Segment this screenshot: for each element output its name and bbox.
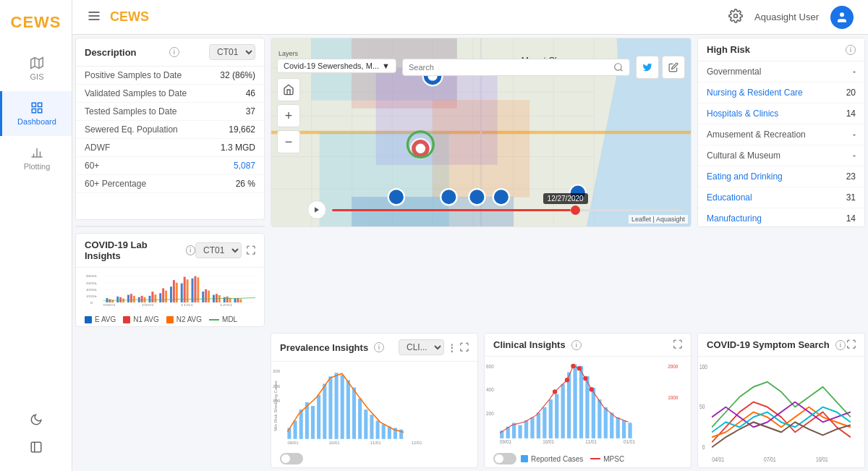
- home-button[interactable]: [277, 78, 300, 101]
- svg-text:0: 0: [702, 443, 705, 451]
- info-icon-risk[interactable]: i: [846, 45, 856, 55]
- svg-rect-92: [216, 294, 218, 302]
- expand-symptom[interactable]: ⛶: [846, 339, 856, 350]
- info-icon-desc[interactable]: i: [169, 47, 179, 57]
- info-icon-symptom[interactable]: i: [835, 340, 846, 350]
- list-item: Cultural & Museum -: [698, 145, 864, 166]
- timeline-slider[interactable]: 12/27/2020: [332, 209, 684, 211]
- map-search[interactable]: [402, 59, 630, 76]
- svg-rect-74: [159, 293, 161, 302]
- menu-button[interactable]: [87, 9, 101, 26]
- clinical-chart: 600 400 200 2000 1000: [485, 357, 691, 450]
- svg-rect-81: [234, 298, 237, 302]
- prevalence-selector[interactable]: CLI...: [399, 339, 444, 355]
- expand-clinical[interactable]: ⛶: [673, 339, 682, 350]
- sewage-header: Sewage Insights i CT01 ⛶: [76, 226, 264, 227]
- settings-button[interactable]: [728, 9, 743, 26]
- lab-selector[interactable]: CT01: [195, 242, 242, 258]
- svg-rect-154: [323, 384, 326, 439]
- high-risk-panel: High Risk i Governmental - Nursing & Res…: [697, 38, 865, 227]
- svg-rect-164: [382, 424, 386, 438]
- svg-rect-183: [537, 412, 540, 438]
- sidebar-item-gis[interactable]: GIS: [0, 46, 72, 91]
- zoom-in-button[interactable]: +: [277, 104, 300, 127]
- svg-rect-91: [205, 289, 207, 302]
- svg-rect-190: [579, 366, 583, 438]
- svg-rect-86: [151, 292, 153, 302]
- expand-prev[interactable]: ⛶: [459, 342, 469, 353]
- symptom-title: COVID-19 Symptom Search: [707, 339, 830, 350]
- svg-rect-93: [226, 297, 229, 302]
- svg-rect-103: [197, 277, 199, 302]
- clinical-toggle[interactable]: [493, 453, 516, 464]
- play-button[interactable]: [307, 200, 326, 219]
- description-selector[interactable]: CT01: [209, 44, 255, 60]
- svg-text:11/01: 11/01: [181, 304, 193, 307]
- layers-selector[interactable]: Covid-19 Sewersheds, M... ▼: [277, 59, 396, 73]
- clinical-header: Clinical Insights i ⛶: [485, 334, 691, 357]
- prevalence-chart: 300 200 100 Min Risk Shedding Cases: [271, 362, 477, 450]
- svg-marker-58: [315, 207, 319, 213]
- info-icon-lab[interactable]: i: [186, 245, 195, 255]
- prevalence-toggle[interactable]: [280, 453, 303, 464]
- sidebar-item-dashboard[interactable]: Dashboard: [0, 91, 72, 136]
- list-item: Nursing & Resident Care 20: [698, 82, 864, 103]
- svg-rect-161: [364, 410, 367, 439]
- prevalence-insights-panel: Prevalence Insights i CLI... ⋮ ⛶ 300 200…: [271, 333, 478, 468]
- svg-text:50: 50: [699, 402, 705, 411]
- zoom-out-button[interactable]: −: [277, 130, 300, 153]
- svg-text:11/01: 11/01: [585, 439, 597, 444]
- svg-rect-196: [616, 417, 620, 438]
- table-row: ADWF 1.3 MGD: [76, 139, 264, 157]
- legend-n1-avg: N1 AVG: [123, 315, 158, 323]
- description-controls: CT01: [209, 44, 255, 60]
- svg-rect-187: [561, 384, 565, 438]
- svg-text:11/01: 11/01: [370, 440, 381, 445]
- layers-label: Layers: [277, 50, 396, 57]
- list-item: Governmental -: [698, 61, 864, 82]
- expand-lab[interactable]: ⛶: [246, 245, 255, 256]
- svg-rect-78: [202, 292, 204, 302]
- map-timeline: 12/27/2020: [307, 200, 684, 219]
- svg-line-19: [621, 69, 623, 72]
- svg-rect-75: [170, 287, 172, 302]
- clinical-insights-panel: Clinical Insights i ⛶ 600 400 200 2000 1…: [484, 333, 692, 468]
- list-item: Amusement & Recreation -: [698, 124, 864, 145]
- chart-icon: [30, 146, 43, 159]
- legend-e-avg: E AVG: [85, 315, 116, 323]
- lab-insights-title: COVID-19 Lab Insights: [85, 239, 180, 261]
- table-row: 60+ Percentage 26 %: [76, 175, 264, 193]
- svg-rect-104: [208, 291, 210, 302]
- avatar: [830, 6, 854, 29]
- bottom-row: Prevalence Insights i CLI... ⋮ ⛶ 300 200…: [72, 330, 868, 471]
- twitter-button[interactable]: [636, 56, 659, 79]
- prev-more[interactable]: ⋮: [447, 342, 456, 353]
- search-input[interactable]: [409, 63, 609, 72]
- description-title: Description: [85, 47, 137, 58]
- info-icon-prev[interactable]: i: [374, 342, 384, 352]
- svg-text:1000: 1000: [668, 395, 678, 400]
- svg-point-16: [734, 14, 738, 17]
- main-content: CEWS Aquasight User Description i: [72, 0, 868, 471]
- symptom-header: COVID-19 Symptom Search i ⛶: [698, 334, 864, 357]
- svg-text:09/01: 09/01: [500, 439, 511, 444]
- svg-rect-191: [585, 376, 589, 438]
- dark-mode-toggle[interactable]: [30, 413, 43, 429]
- map-icon: [30, 56, 43, 69]
- svg-text:200k: 200k: [86, 295, 97, 298]
- svg-rect-94: [237, 298, 239, 302]
- svg-rect-71: [127, 295, 129, 302]
- panel-toggle[interactable]: [30, 441, 43, 457]
- info-icon-clinical[interactable]: i: [571, 340, 582, 350]
- symptom-search-panel: COVID-19 Symptom Search i ⛶ 100 50 0: [697, 333, 865, 468]
- app-logo: CEWS: [11, 7, 61, 46]
- high-risk-header: High Risk i: [698, 38, 864, 61]
- dashboard-label: Dashboard: [17, 117, 56, 126]
- svg-rect-163: [376, 420, 380, 438]
- high-risk-title: High Risk: [707, 44, 750, 55]
- search-icon: [613, 62, 624, 72]
- svg-rect-159: [352, 388, 356, 439]
- sidebar-item-plotting[interactable]: Plotting: [0, 136, 72, 181]
- svg-rect-156: [335, 373, 339, 439]
- edit-button[interactable]: [662, 56, 685, 79]
